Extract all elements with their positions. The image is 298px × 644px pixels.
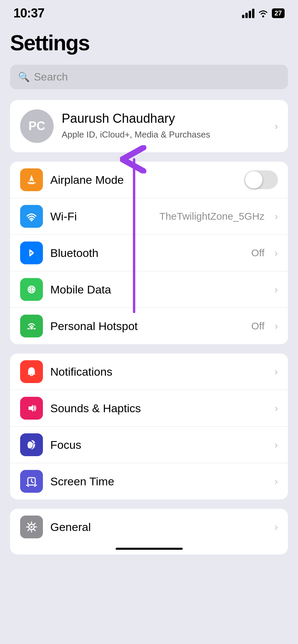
screen-time-label: Screen Time [50, 475, 267, 488]
general-chevron-icon: › [275, 521, 278, 533]
svg-point-1 [31, 219, 33, 221]
mobile-data-chevron-icon: › [275, 284, 278, 295]
general-label: General [50, 521, 267, 534]
search-icon: 🔍 [18, 71, 30, 83]
personal-hotspot-value: Off [251, 320, 264, 332]
screen-time-icon [20, 470, 43, 493]
notifications-row[interactable]: Notifications › [10, 354, 288, 390]
airplane-mode-toggle[interactable] [244, 170, 278, 189]
connectivity-section: Airplane Mode Wi-Fi TheTwilightZone_5GHz… [10, 162, 288, 344]
main-content: Settings 🔍 Search PC Paurush Chaudhary A… [0, 24, 298, 571]
mobile-data-label: Mobile Data [50, 283, 267, 296]
svg-point-0 [262, 15, 264, 17]
notifications-label: Notifications [50, 365, 267, 378]
personal-hotspot-icon [20, 315, 43, 337]
user-info: Paurush Chaudhary Apple ID, iCloud+, Med… [62, 111, 266, 141]
bluetooth-row[interactable]: Bluetooth Off › [10, 235, 288, 271]
search-placeholder: Search [34, 71, 68, 83]
avatar: PC [20, 109, 54, 143]
wifi-icon [20, 205, 43, 228]
mobile-data-row[interactable]: Mobile Data › [10, 271, 288, 308]
focus-chevron-icon: › [275, 439, 278, 450]
svg-point-7 [31, 526, 33, 528]
page-title: Settings [10, 31, 288, 55]
airplane-mode-label: Airplane Mode [50, 173, 237, 186]
status-bar: 10:37 27 [0, 0, 298, 24]
wifi-value: TheTwilightZone_5GHz [160, 211, 264, 222]
airplane-mode-row[interactable]: Airplane Mode [10, 162, 288, 198]
bluetooth-value: Off [251, 247, 264, 259]
notifications-chevron-icon: › [275, 366, 278, 377]
status-time: 10:37 [13, 6, 44, 20]
focus-icon [20, 433, 43, 456]
wifi-label: Wi-Fi [50, 210, 152, 223]
focus-label: Focus [50, 438, 267, 451]
search-bar[interactable]: 🔍 Search [10, 65, 288, 89]
bluetooth-icon [20, 241, 43, 264]
notifications-icon [20, 360, 43, 383]
screen-time-chevron-icon: › [275, 476, 278, 487]
bluetooth-label: Bluetooth [50, 247, 244, 260]
wifi-chevron-icon: › [275, 211, 278, 222]
screen-time-row[interactable]: Screen Time › [10, 463, 288, 499]
personal-hotspot-chevron-icon: › [275, 320, 278, 332]
general-partial-card[interactable]: General › [10, 509, 288, 554]
battery-indicator: 27 [272, 8, 285, 18]
wifi-row[interactable]: Wi-Fi TheTwilightZone_5GHz › [10, 198, 288, 235]
user-profile-card[interactable]: PC Paurush Chaudhary Apple ID, iCloud+, … [10, 100, 288, 152]
sounds-haptics-chevron-icon: › [275, 402, 278, 414]
general-row[interactable]: General › [10, 509, 288, 545]
user-subtitle: Apple ID, iCloud+, Media & Purchases [62, 128, 266, 141]
focus-row[interactable]: Focus › [10, 427, 288, 463]
sounds-haptics-row[interactable]: Sounds & Haptics › [10, 390, 288, 427]
personal-hotspot-label: Personal Hotspot [50, 320, 244, 333]
wifi-status-icon [258, 9, 269, 18]
home-indicator [116, 548, 183, 550]
status-icons: 27 [242, 8, 285, 18]
chevron-right-icon: › [275, 120, 278, 132]
airplane-mode-icon [20, 168, 43, 191]
personal-hotspot-row[interactable]: Personal Hotspot Off › [10, 308, 288, 344]
bluetooth-chevron-icon: › [275, 247, 278, 259]
mobile-data-icon [20, 278, 43, 301]
sounds-haptics-icon [20, 397, 43, 420]
user-name: Paurush Chaudhary [62, 111, 266, 126]
general-icon [20, 516, 43, 538]
svg-point-4 [30, 327, 33, 329]
sounds-haptics-label: Sounds & Haptics [50, 402, 267, 415]
signal-bars-icon [242, 9, 254, 18]
system-section: Notifications › Sounds & Haptics › [10, 354, 288, 499]
